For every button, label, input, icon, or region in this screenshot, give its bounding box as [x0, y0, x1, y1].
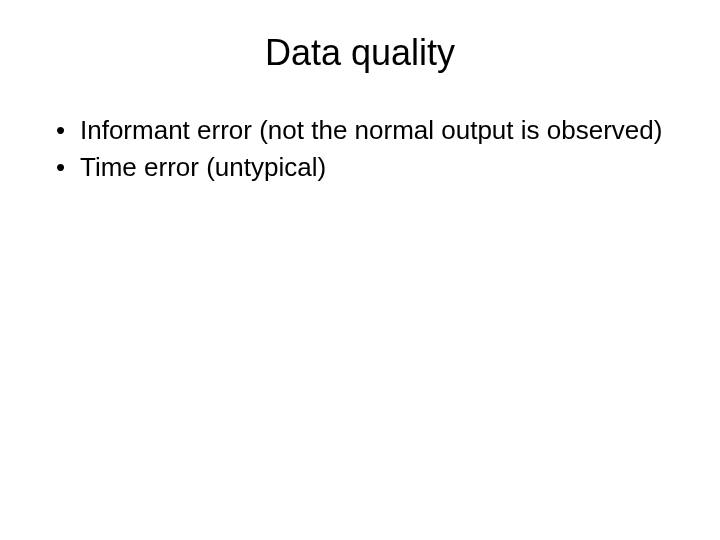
slide: Data quality Informant error (not the no…	[0, 0, 720, 540]
bullet-text: Informant error (not the normal output i…	[80, 115, 662, 145]
list-item: Informant error (not the normal output i…	[56, 114, 684, 147]
slide-title: Data quality	[36, 32, 684, 74]
list-item: Time error (untypical)	[56, 151, 684, 184]
bullet-list: Informant error (not the normal output i…	[36, 114, 684, 183]
bullet-text: Time error (untypical)	[80, 152, 326, 182]
